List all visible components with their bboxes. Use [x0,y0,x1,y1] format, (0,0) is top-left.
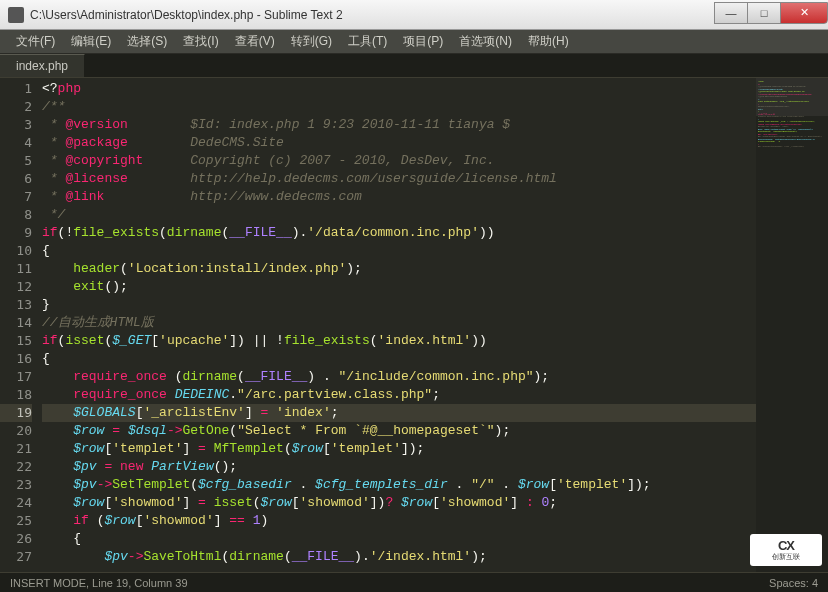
window-title: C:\Users\Administrator\Desktop\index.php… [30,8,715,22]
line-number: 1 [0,80,32,98]
minimap-viewport[interactable] [756,78,828,116]
tab-active[interactable]: index.php [0,54,85,77]
line-number: 10 [0,242,32,260]
line-number: 6 [0,170,32,188]
code-line[interactable]: if ($row['showmod'] == 1) [42,512,756,530]
menu-project[interactable]: 项目(P) [395,30,451,53]
line-number: 25 [0,512,32,530]
code-line[interactable]: $row['templet'] = MfTemplet($row['temple… [42,440,756,458]
maximize-button[interactable]: □ [747,2,781,24]
code-line[interactable]: header('Location:install/index.php'); [42,260,756,278]
code-line[interactable]: $pv->SaveToHtml(dirname(__FILE__).'/inde… [42,548,756,566]
code-line[interactable]: exit(); [42,278,756,296]
line-number: 24 [0,494,32,512]
minimap[interactable]: <?php/** * @version $Id: index.php 1 9:2… [756,78,828,572]
status-left: INSERT MODE, Line 19, Column 39 [10,577,769,589]
line-number: 23 [0,476,32,494]
line-number: 19 [0,404,32,422]
title-bar: C:\Users\Administrator\Desktop\index.php… [0,0,828,30]
menu-view[interactable]: 查看(V) [227,30,283,53]
menu-tools[interactable]: 工具(T) [340,30,395,53]
code-line[interactable]: /** [42,98,756,116]
code-line[interactable]: * @package DedeCMS.Site [42,134,756,152]
code-line[interactable]: { [42,242,756,260]
close-button[interactable]: ✕ [780,2,828,24]
line-number: 7 [0,188,32,206]
status-bar: INSERT MODE, Line 19, Column 39 Spaces: … [0,572,828,592]
menu-goto[interactable]: 转到(G) [283,30,340,53]
code-line[interactable]: if(isset($_GET['upcache']) || !file_exis… [42,332,756,350]
gutter: 1234567891011121314151617181920212223242… [0,78,42,572]
code-line[interactable]: <?php [42,80,756,98]
code-line[interactable]: * @license http://help.dedecms.com/users… [42,170,756,188]
line-number: 20 [0,422,32,440]
code-line[interactable]: //自动生成HTML版 [42,314,756,332]
tab-bar: index.php [0,54,828,78]
menu-prefs[interactable]: 首选项(N) [451,30,520,53]
line-number: 3 [0,116,32,134]
code-line[interactable]: } [42,296,756,314]
code-line[interactable]: */ [42,206,756,224]
line-number: 22 [0,458,32,476]
line-number: 26 [0,530,32,548]
code-line[interactable]: * @version $Id: index.php 1 9:23 2010-11… [42,116,756,134]
code-line[interactable]: { [42,530,756,548]
line-number: 21 [0,440,32,458]
menu-find[interactable]: 查找(I) [175,30,226,53]
code-line[interactable]: if(!file_exists(dirname(__FILE__).'/data… [42,224,756,242]
minimize-button[interactable]: — [714,2,748,24]
line-number: 9 [0,224,32,242]
line-number: 4 [0,134,32,152]
app-icon [8,7,24,23]
line-number: 2 [0,98,32,116]
code-line[interactable]: $row['showmod'] = isset($row['showmod'])… [42,494,756,512]
code-line[interactable]: $pv->SetTemplet($cfg_basedir . $cfg_temp… [42,476,756,494]
editor-area: 1234567891011121314151617181920212223242… [0,78,828,572]
menu-help[interactable]: 帮助(H) [520,30,577,53]
line-number: 13 [0,296,32,314]
code-line[interactable]: * @copyright Copyright (c) 2007 - 2010, … [42,152,756,170]
code-line[interactable]: * @link http://www.dedecms.com [42,188,756,206]
code-line[interactable]: $pv = new PartView(); [42,458,756,476]
code-line[interactable]: $row = $dsql->GetOne("Select * From `#@_… [42,422,756,440]
menu-bar: 文件(F) 编辑(E) 选择(S) 查找(I) 查看(V) 转到(G) 工具(T… [0,30,828,54]
line-number: 18 [0,386,32,404]
line-number: 11 [0,260,32,278]
code-line[interactable]: require_once DEDEINC."/arc.partview.clas… [42,386,756,404]
status-spaces[interactable]: Spaces: 4 [769,577,818,589]
line-number: 15 [0,332,32,350]
line-number: 14 [0,314,32,332]
menu-select[interactable]: 选择(S) [119,30,175,53]
line-number: 17 [0,368,32,386]
window-controls: — □ ✕ [715,2,828,24]
line-number: 27 [0,548,32,566]
line-number: 5 [0,152,32,170]
code-line[interactable]: { [42,350,756,368]
menu-edit[interactable]: 编辑(E) [63,30,119,53]
code-line[interactable]: require_once (dirname(__FILE__) . "/incl… [42,368,756,386]
line-number: 8 [0,206,32,224]
code-line[interactable]: $GLOBALS['_arclistEnv'] = 'index'; [42,404,756,422]
watermark-logo: CX 创新互联 [750,534,822,566]
menu-file[interactable]: 文件(F) [8,30,63,53]
line-number: 12 [0,278,32,296]
line-number: 16 [0,350,32,368]
code-area[interactable]: <?php/** * @version $Id: index.php 1 9:2… [42,78,756,572]
